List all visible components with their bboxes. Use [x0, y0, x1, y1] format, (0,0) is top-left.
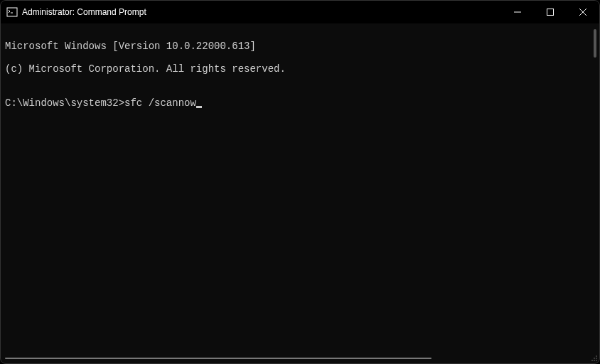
- terminal-prompt-line: C:\Windows\system32>sfc /scannow: [5, 97, 595, 109]
- svg-point-7: [594, 358, 594, 358]
- svg-rect-0: [7, 8, 17, 16]
- terminal-prompt: C:\Windows\system32>: [5, 97, 124, 109]
- horizontal-scrollbar-track[interactable]: [5, 356, 585, 359]
- svg-point-9: [591, 360, 592, 360]
- titlebar[interactable]: Administrator: Command Prompt: [1, 1, 599, 23]
- resize-grip[interactable]: [589, 353, 598, 362]
- terminal-command: sfc /scannow: [124, 97, 196, 109]
- terminal-output-line: Microsoft Windows [Version 10.0.22000.61…: [5, 41, 595, 52]
- minimize-button[interactable]: [501, 1, 534, 23]
- cmd-icon: [6, 6, 18, 18]
- window-title: Administrator: Command Prompt: [22, 7, 501, 17]
- horizontal-scrollbar-thumb[interactable]: [5, 358, 432, 359]
- svg-point-6: [596, 355, 596, 356]
- terminal-content[interactable]: Microsoft Windows [Version 10.0.22000.61…: [1, 23, 599, 363]
- vertical-scrollbar[interactable]: [594, 29, 596, 58]
- terminal-output-line: (c) Microsoft Corporation. All rights re…: [5, 63, 595, 75]
- maximize-button[interactable]: [534, 1, 567, 23]
- close-button[interactable]: [567, 1, 599, 23]
- svg-point-8: [596, 358, 596, 358]
- terminal-cursor: [196, 106, 202, 108]
- window-controls: [501, 1, 599, 23]
- svg-point-10: [594, 360, 594, 360]
- command-prompt-window: Administrator: Command Prompt Microsoft …: [0, 0, 600, 364]
- svg-rect-3: [547, 9, 554, 16]
- svg-point-11: [596, 360, 596, 360]
